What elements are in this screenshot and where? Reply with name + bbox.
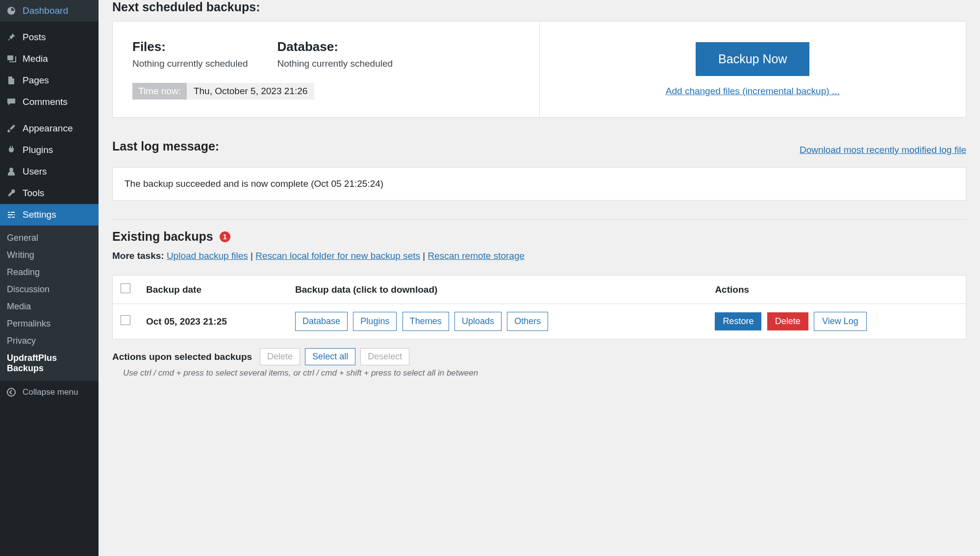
select-all-button[interactable]: Select all — [305, 348, 355, 365]
time-now: Time now: Thu, October 5, 2023 21:26 — [132, 83, 314, 100]
backup-count-badge: 1 — [220, 231, 230, 242]
download-others[interactable]: Others — [507, 312, 548, 331]
svg-point-0 — [7, 388, 15, 396]
rescan-remote-link[interactable]: Rescan remote storage — [428, 251, 525, 261]
backup-date: Oct 05, 2023 21:25 — [146, 316, 227, 327]
bulk-actions-label: Actions upon selected backups — [112, 352, 252, 362]
existing-backups-heading: Existing backups 1 — [112, 229, 966, 244]
th-backup-date: Backup date — [138, 276, 287, 304]
sidebar-item-posts[interactable]: Posts — [0, 26, 99, 48]
sidebar-item-plugins[interactable]: Plugins — [0, 139, 99, 161]
user-icon — [5, 165, 18, 178]
submenu-permalinks[interactable]: Permalinks — [0, 315, 99, 332]
incremental-backup-link[interactable]: Add changed files (incremental backup) .… — [666, 86, 840, 97]
sidebar-item-pages[interactable]: Pages — [0, 70, 99, 91]
files-status: Nothing currently scheduled — [132, 58, 248, 69]
sliders-icon — [5, 208, 18, 221]
submenu-privacy[interactable]: Privacy — [0, 332, 99, 350]
comments-icon — [5, 96, 18, 108]
time-now-value: Thu, October 5, 2023 21:26 — [187, 83, 314, 100]
backups-table: Backup date Backup data (click to downlo… — [112, 275, 966, 339]
sidebar-label: Comments — [23, 97, 68, 107]
rescan-local-link[interactable]: Rescan local folder for new backup sets — [255, 251, 420, 261]
submenu-discussion[interactable]: Discussion — [0, 281, 99, 298]
admin-sidebar: Dashboard Posts Media Pages Comments App… — [0, 0, 99, 556]
upload-backup-link[interactable]: Upload backup files — [167, 251, 248, 261]
sidebar-label: Pages — [23, 75, 49, 86]
sidebar-label: Dashboard — [23, 5, 68, 16]
submenu-reading[interactable]: Reading — [0, 264, 99, 281]
sidebar-item-users[interactable]: Users — [0, 161, 99, 182]
submenu-general[interactable]: General — [0, 229, 99, 247]
submenu-writing[interactable]: Writing — [0, 247, 99, 264]
sidebar-label: Posts — [23, 32, 46, 43]
database-status: Nothing currently scheduled — [277, 58, 393, 69]
next-scheduled-heading: Next scheduled backups: — [112, 0, 966, 14]
sidebar-item-media[interactable]: Media — [0, 48, 99, 70]
divider — [112, 219, 966, 220]
selection-hint: Use ctrl / cmd + press to select several… — [112, 368, 966, 378]
sidebar-item-settings[interactable]: Settings — [0, 204, 99, 226]
pages-icon — [5, 74, 18, 87]
delete-button[interactable]: Delete — [767, 312, 808, 330]
download-plugins[interactable]: Plugins — [353, 312, 397, 331]
files-schedule: Files: Nothing currently scheduled — [132, 39, 248, 69]
download-uploads[interactable]: Uploads — [454, 312, 502, 331]
sidebar-item-comments[interactable]: Comments — [0, 91, 99, 113]
download-log-link[interactable]: Download most recently modified log file — [800, 145, 966, 155]
plug-icon — [5, 144, 18, 156]
sidebar-label: Media — [23, 53, 48, 64]
pin-icon — [5, 31, 18, 44]
th-backup-data: Backup data (click to download) — [287, 276, 707, 304]
collapse-label: Collapse menu — [23, 387, 78, 397]
main-content: Next scheduled backups: Files: Nothing c… — [99, 0, 980, 556]
dashboard-icon — [5, 4, 18, 17]
restore-button[interactable]: Restore — [715, 312, 761, 330]
collapse-menu[interactable]: Collapse menu — [0, 381, 99, 404]
schedule-left: Files: Nothing currently scheduled Datab… — [113, 22, 540, 117]
sidebar-label: Users — [23, 166, 47, 177]
log-message: The backup succeeded and is now complete… — [112, 167, 966, 201]
time-now-label: Time now: — [132, 83, 187, 100]
files-label: Files: — [132, 39, 248, 54]
submenu-updraftplus[interactable]: UpdraftPlus Backups — [0, 350, 99, 377]
backup-now-button[interactable]: Backup Now — [696, 42, 809, 76]
schedule-panel: Files: Nothing currently scheduled Datab… — [112, 21, 966, 118]
settings-submenu: General Writing Reading Discussion Media… — [0, 226, 99, 381]
sidebar-item-tools[interactable]: Tools — [0, 182, 99, 204]
sidebar-item-appearance[interactable]: Appearance — [0, 118, 99, 139]
view-log-button[interactable]: View Log — [814, 312, 867, 331]
database-label: Database: — [277, 39, 393, 54]
deselect-button[interactable]: Deselect — [360, 348, 409, 365]
wrench-icon — [5, 187, 18, 200]
row-checkbox[interactable] — [121, 315, 130, 325]
last-log-heading: Last log message: — [112, 139, 219, 153]
backup-row: Oct 05, 2023 21:25 Database Plugins Them… — [113, 304, 966, 339]
more-tasks: More tasks: Upload backup files | Rescan… — [112, 251, 966, 261]
collapse-icon — [5, 386, 18, 399]
sidebar-item-dashboard[interactable]: Dashboard — [0, 0, 99, 22]
brush-icon — [5, 122, 18, 135]
submenu-media[interactable]: Media — [0, 298, 99, 315]
schedule-right: Backup Now Add changed files (incrementa… — [540, 22, 966, 117]
sidebar-label: Tools — [23, 188, 44, 199]
th-actions: Actions — [707, 276, 966, 304]
more-tasks-label: More tasks: — [112, 251, 164, 261]
bulk-delete-button[interactable]: Delete — [260, 348, 300, 365]
media-icon — [5, 52, 18, 65]
download-themes[interactable]: Themes — [402, 312, 449, 331]
database-schedule: Database: Nothing currently scheduled — [277, 39, 393, 69]
download-database[interactable]: Database — [295, 312, 348, 331]
bulk-actions-row: Actions upon selected backups Delete Sel… — [112, 348, 966, 365]
sidebar-label: Appearance — [23, 123, 73, 134]
select-all-checkbox[interactable] — [121, 283, 130, 293]
sidebar-label: Settings — [23, 209, 56, 220]
sidebar-label: Plugins — [23, 145, 53, 155]
